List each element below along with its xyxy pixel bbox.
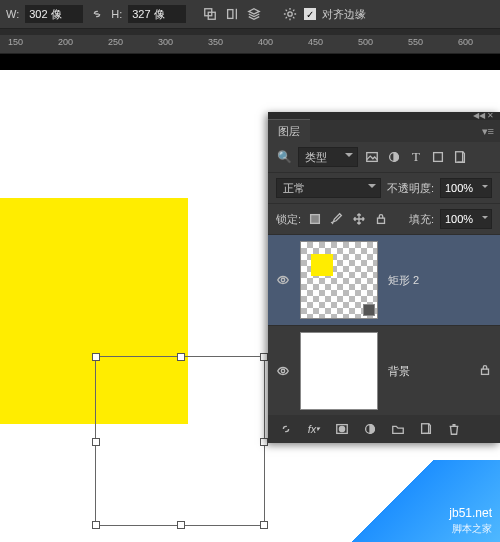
- tab-layers[interactable]: 图层: [268, 119, 310, 143]
- opacity-input[interactable]: 100%: [440, 178, 492, 198]
- watermark-sub: 脚本之家: [452, 522, 492, 536]
- gear-icon[interactable]: [282, 6, 298, 22]
- svg-point-4: [288, 12, 292, 16]
- filter-smart-icon[interactable]: [452, 149, 468, 165]
- align-edges-label: 对齐边缘: [322, 7, 366, 22]
- svg-rect-10: [378, 218, 385, 223]
- group-icon[interactable]: [390, 421, 406, 437]
- panel-menu-icon[interactable]: ▾≡: [476, 125, 500, 138]
- svg-point-12: [281, 369, 285, 373]
- filter-text-icon[interactable]: T: [408, 149, 424, 165]
- lock-label: 锁定:: [276, 212, 301, 227]
- svg-rect-9: [311, 215, 320, 224]
- transform-handle-bm[interactable]: [177, 521, 185, 529]
- transform-handle-tr[interactable]: [260, 353, 268, 361]
- visibility-icon[interactable]: [276, 364, 290, 378]
- layer-row[interactable]: 矩形 2: [268, 235, 500, 326]
- opacity-label: 不透明度:: [387, 181, 434, 196]
- layer-thumbnail[interactable]: [300, 241, 378, 319]
- watermark: jb51.net 脚本之家: [334, 460, 500, 542]
- options-bar: W: H: ✓ 对齐边缘: [0, 0, 500, 29]
- width-input[interactable]: [25, 5, 83, 23]
- align-icon[interactable]: [224, 6, 240, 22]
- fx-icon[interactable]: fx▾: [306, 421, 322, 437]
- svg-rect-8: [456, 152, 463, 163]
- transform-handle-tm[interactable]: [177, 353, 185, 361]
- layers-panel: ◀◀ ✕ 图层 ▾≡ 🔍 类型 T 正常 不透明度: 100% 锁定: 填充: …: [268, 112, 500, 443]
- transform-handle-ml[interactable]: [92, 438, 100, 446]
- link-icon[interactable]: [89, 6, 105, 22]
- lock-brush-icon[interactable]: [329, 211, 345, 227]
- lock-pixels-icon[interactable]: [307, 211, 323, 227]
- visibility-icon[interactable]: [276, 273, 290, 287]
- fill-input[interactable]: 100%: [440, 209, 492, 229]
- transform-handle-br[interactable]: [260, 521, 268, 529]
- search-icon[interactable]: 🔍: [276, 149, 292, 165]
- layer-name[interactable]: 背景: [388, 364, 468, 379]
- transform-handle-bl[interactable]: [92, 521, 100, 529]
- align-edges-checkbox[interactable]: ✓: [304, 8, 316, 20]
- transform-selection[interactable]: [95, 356, 265, 526]
- svg-rect-17: [422, 424, 429, 434]
- filter-image-icon[interactable]: [364, 149, 380, 165]
- filter-type-dropdown[interactable]: 类型: [298, 147, 358, 167]
- lock-fill-row: 锁定: 填充: 100%: [268, 204, 500, 235]
- panel-header: 图层 ▾≡: [268, 120, 500, 142]
- arrange-icon[interactable]: [246, 6, 262, 22]
- lock-icon: [478, 363, 492, 379]
- watermark-site: jb51.net: [449, 506, 492, 520]
- pathfinder-unite-icon[interactable]: [202, 6, 218, 22]
- layer-filter-row: 🔍 类型 T: [268, 142, 500, 173]
- transform-handle-tl[interactable]: [92, 353, 100, 361]
- svg-point-11: [281, 278, 285, 282]
- transform-handle-mr[interactable]: [260, 438, 268, 446]
- horizontal-ruler: 150 200 250 300 350 400 450 500 550 600: [0, 35, 500, 54]
- height-label: H:: [111, 8, 122, 20]
- layer-row[interactable]: 背景: [268, 326, 500, 417]
- trash-icon[interactable]: [446, 421, 462, 437]
- filter-shape-icon[interactable]: [430, 149, 446, 165]
- svg-rect-13: [482, 369, 489, 374]
- vector-mask-icon: [363, 304, 375, 316]
- fill-label: 填充:: [409, 212, 434, 227]
- lock-all-icon[interactable]: [373, 211, 389, 227]
- adjustment-icon[interactable]: [362, 421, 378, 437]
- svg-rect-7: [434, 153, 443, 162]
- mask-icon[interactable]: [334, 421, 350, 437]
- link-layers-icon[interactable]: [278, 421, 294, 437]
- lock-move-icon[interactable]: [351, 211, 367, 227]
- svg-rect-2: [228, 10, 233, 19]
- width-label: W:: [6, 8, 19, 20]
- layer-name[interactable]: 矩形 2: [388, 273, 492, 288]
- blend-mode-dropdown[interactable]: 正常: [276, 178, 381, 198]
- layer-thumbnail[interactable]: [300, 332, 378, 410]
- svg-point-15: [339, 426, 344, 431]
- new-layer-icon[interactable]: [418, 421, 434, 437]
- blend-opacity-row: 正常 不透明度: 100%: [268, 173, 500, 204]
- layers-list: 矩形 2 背景: [268, 235, 500, 415]
- height-input[interactable]: [128, 5, 186, 23]
- panel-footer: fx▾: [268, 415, 500, 443]
- filter-adjust-icon[interactable]: [386, 149, 402, 165]
